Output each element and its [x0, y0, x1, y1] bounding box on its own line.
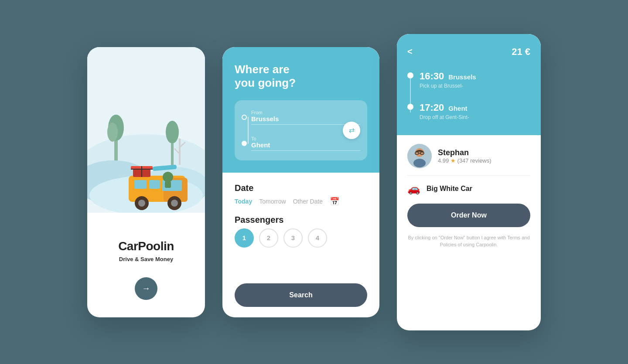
arrive-stop: 17:20 Ghent Drop off at Gent-Sint-	[407, 99, 530, 123]
star-icon: ★	[451, 157, 456, 164]
splash-card: CarPoolin Drive & Save Money →	[87, 47, 205, 317]
svg-point-4	[107, 122, 118, 142]
from-label: From	[251, 110, 360, 115]
app-title: CarPoolin	[118, 239, 174, 253]
passenger-3-button[interactable]: 3	[283, 228, 303, 248]
driver-row: Stephan 4.99 ★ (347 reviews)	[407, 144, 530, 168]
depart-info: 16:30 Brussels Pick up at Brussel-	[420, 71, 476, 89]
from-input: From Brussels	[251, 110, 360, 125]
date-tomorrow[interactable]: Tomorrow	[259, 198, 286, 205]
route-container: From Brussels To Ghent ⇄	[235, 100, 367, 160]
timeline-gap	[407, 92, 530, 99]
swap-button[interactable]: ⇄	[343, 122, 360, 139]
arrive-city: Ghent	[448, 105, 467, 112]
driver-name: Stephan	[438, 148, 491, 157]
splash-illustration-bg	[87, 47, 205, 213]
arrive-time: 17:20	[420, 102, 444, 113]
svg-point-6	[166, 121, 179, 143]
svg-point-20	[138, 200, 145, 207]
search-heading: Where are you going?	[235, 63, 367, 90]
depart-dot	[407, 72, 413, 78]
search-top-section: Where are you going? From Brussels To Gh…	[222, 47, 379, 173]
passenger-4-button[interactable]: 4	[308, 228, 327, 248]
to-input: To Ghent	[251, 136, 360, 151]
from-field[interactable]: From Brussels	[242, 107, 360, 127]
app-tagline: Drive & Save Money	[119, 256, 173, 262]
search-bottom-section: Date Today Tomorrow Other Date 📅 Passeng…	[222, 173, 379, 317]
passengers-section: Passengers 1 2 3 4	[235, 215, 367, 248]
order-now-button[interactable]: Order Now	[407, 204, 530, 227]
from-value: Brussels	[251, 115, 360, 125]
driver-avatar	[407, 144, 432, 168]
terms-text: By clicking on "Order Now" button I agre…	[407, 234, 530, 248]
svg-point-22	[171, 200, 178, 207]
svg-rect-18	[149, 180, 160, 189]
search-button[interactable]: Search	[235, 283, 367, 307]
svg-rect-29	[165, 181, 171, 188]
from-dot	[242, 115, 247, 120]
depart-stop: 16:30 Brussels Pick up at Brussel-	[407, 68, 530, 92]
driver-info: Stephan 4.99 ★ (347 reviews)	[438, 148, 491, 164]
price-label: 21 €	[512, 46, 530, 58]
arrive-time-row: 17:20 Ghent	[420, 102, 469, 113]
to-label: To	[251, 136, 360, 141]
depart-city: Brussels	[448, 73, 476, 81]
car-icon: 🚗	[407, 183, 420, 195]
driver-rating: 4.99 ★ (347 reviews)	[438, 157, 491, 164]
detail-header: < 21 €	[407, 46, 530, 58]
detail-top-section: < 21 € 16:30 Brussels Pick up at Brussel…	[397, 34, 541, 135]
back-button[interactable]: <	[407, 47, 413, 57]
review-count: (347 reviews)	[457, 157, 491, 164]
get-started-button[interactable]: →	[135, 277, 157, 300]
date-section: Date Today Tomorrow Other Date 📅	[235, 183, 367, 206]
depart-time-row: 16:30 Brussels	[420, 71, 476, 82]
date-today[interactable]: Today	[235, 198, 252, 205]
to-dot	[242, 141, 247, 146]
date-other[interactable]: Other Date	[293, 198, 323, 205]
search-card: Where are you going? From Brussels To Gh…	[222, 47, 379, 317]
passenger-2-button[interactable]: 2	[259, 228, 278, 248]
route-line	[248, 117, 249, 144]
passengers-row: 1 2 3 4	[235, 228, 367, 248]
svg-point-31	[415, 148, 424, 157]
depart-detail: Pick up at Brussel-	[420, 83, 476, 89]
car-name: Big White Car	[427, 185, 472, 193]
trip-timeline: 16:30 Brussels Pick up at Brussel- 17:20…	[407, 68, 530, 123]
svg-rect-17	[134, 180, 147, 189]
depart-time: 16:30	[420, 71, 444, 82]
svg-point-28	[163, 172, 173, 182]
trip-detail-card: < 21 € 16:30 Brussels Pick up at Brussel…	[397, 34, 541, 330]
detail-bottom-section: Stephan 4.99 ★ (347 reviews) 🚗 Big White…	[397, 135, 541, 330]
arrow-icon: →	[142, 283, 150, 293]
to-field[interactable]: To Ghent	[242, 133, 360, 153]
arrive-info: 17:20 Ghent Drop off at Gent-Sint-	[420, 102, 469, 120]
to-value: Ghent	[251, 141, 360, 151]
passenger-1-button[interactable]: 1	[235, 228, 254, 248]
passengers-section-title: Passengers	[235, 215, 367, 225]
svg-rect-7	[179, 139, 181, 165]
rating-value: 4.99	[438, 157, 449, 164]
car-row: 🚗 Big White Car	[407, 183, 530, 195]
swap-icon: ⇄	[349, 126, 355, 134]
calendar-icon[interactable]: 📅	[330, 197, 339, 206]
svg-point-32	[413, 159, 426, 167]
divider	[407, 175, 530, 176]
date-section-title: Date	[235, 183, 367, 193]
arrive-detail: Drop off at Gent-Sint-	[420, 114, 469, 120]
splash-content: CarPoolin Drive & Save Money →	[118, 239, 174, 300]
date-options: Today Tomorrow Other Date 📅	[235, 197, 367, 206]
timeline-line	[410, 78, 411, 112]
